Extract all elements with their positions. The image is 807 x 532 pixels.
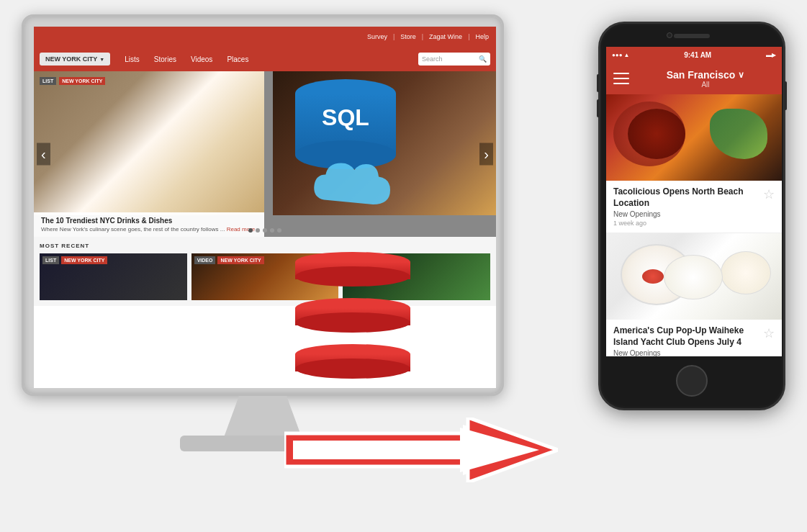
article-item-1[interactable]: Tacolicious Opens North Beach Location N… (606, 181, 782, 233)
article-item-2[interactable]: America's Cup Pop-Up Waiheke Island Yach… (606, 320, 782, 356)
red-database-icon (281, 252, 425, 396)
topbar-div3: | (468, 33, 469, 40)
topbar-div2: | (422, 33, 423, 40)
phone-home-button[interactable] (676, 365, 708, 397)
topbar-survey[interactable]: Survey (367, 33, 387, 40)
hero-prev-button[interactable]: ‹ (37, 143, 50, 166)
nav-places[interactable]: Places (220, 55, 256, 63)
menu-button[interactable] (613, 73, 629, 84)
mobile-phone: ●●● ▲ 9:41 AM ▬▶ San Francisco All (598, 22, 785, 504)
db-disk-1 (295, 252, 410, 284)
db-disk-2 (295, 298, 410, 330)
hero-image-left (34, 71, 264, 215)
city-selector[interactable]: NEW YORK CITY (40, 53, 110, 66)
status-time: 9:41 AM (684, 51, 711, 59)
phone-statusbar: ●●● ▲ 9:41 AM ▬▶ (606, 47, 782, 63)
article-category-1: New Openings (613, 210, 757, 218)
desktop-monitor: Survey | Store | Zagat Wine | Help NEW Y… (22, 14, 511, 461)
phone-screen: ●●● ▲ 9:41 AM ▬▶ San Francisco All (606, 47, 782, 356)
recent-item-1[interactable]: LIST NEW YORK CITY (40, 253, 187, 300)
most-recent-label: MOST RECENT (40, 243, 490, 249)
badge-nyc: NEW YORK CITY (59, 77, 105, 85)
topbar-store[interactable]: Store (400, 33, 416, 40)
article-title-1: Tacolicious Opens North Beach Location (613, 186, 757, 209)
phone-camera (667, 32, 672, 38)
hero-title: The 10 Trendiest NYC Drinks & Dishes (41, 217, 257, 225)
dot-3[interactable] (263, 228, 267, 233)
hamburger-line-2 (613, 78, 629, 79)
arrow-right (284, 418, 558, 482)
monitor-frame: Survey | Store | Zagat Wine | Help NEW Y… (22, 14, 504, 396)
recent-badge-video: VIDEO (194, 256, 216, 264)
nav-videos[interactable]: Videos (184, 55, 220, 63)
recent-badge-nyc-1: NEW YORK CITY (61, 256, 107, 264)
phone-vol-up-button[interactable] (597, 74, 600, 92)
wifi-icon: ▲ (624, 52, 630, 58)
hamburger-line-3 (613, 83, 629, 84)
city-sub: All (636, 81, 775, 89)
hero-next-button[interactable]: › (479, 143, 493, 166)
article-title-2: America's Cup Pop-Up Waiheke Island Yach… (613, 325, 757, 348)
sql-cloud-icon: SQL (281, 79, 425, 223)
hero-labels: LIST NEW YORK CITY (40, 77, 105, 85)
search-box[interactable]: Search 🔍 (418, 53, 490, 66)
article-time-1: 1 week ago (613, 220, 757, 227)
most-recent-section: MOST RECENT LIST NEW YORK CITY VIDEO NEW… (34, 237, 496, 306)
phone-frame: ●●● ▲ 9:41 AM ▬▶ San Francisco All (598, 22, 785, 410)
phone-vol-down-button[interactable] (597, 99, 600, 117)
monitor-screen: Survey | Store | Zagat Wine | Help NEW Y… (34, 27, 496, 388)
signal-bars: ●●● (612, 52, 623, 58)
city-selector-mobile[interactable]: San Francisco All (636, 69, 775, 89)
sql-label: SQL (295, 104, 396, 131)
dot-1[interactable] (248, 228, 253, 233)
db-disk-3 (295, 344, 410, 376)
article-category-2: New Openings (613, 349, 757, 356)
dot-5[interactable] (277, 228, 281, 233)
sql-cylinder: SQL (295, 79, 396, 166)
phone-speaker (674, 34, 710, 38)
database-stack (295, 252, 410, 376)
phone-navbar: San Francisco All (606, 63, 782, 94)
hero-section: LIST NEW YORK CITY ‹ › The 10 Trendiest … (34, 71, 496, 237)
site-navbar: NEW YORK CITY Lists Stories Videos Place… (34, 47, 496, 71)
recent-badges-2: VIDEO NEW YORK CITY (194, 256, 264, 264)
food-image-2 (606, 233, 782, 320)
battery-icon: ▬▶ (766, 52, 776, 58)
dot-4[interactable] (270, 228, 274, 233)
topbar-div1: | (393, 33, 395, 40)
bookmark-icon-1[interactable]: ☆ (763, 186, 775, 202)
signal-indicator: ●●● ▲ (612, 52, 629, 58)
hamburger-line-1 (613, 73, 629, 74)
search-placeholder: Search (422, 55, 443, 63)
recent-badges-1: LIST NEW YORK CITY (42, 256, 107, 264)
bookmark-icon-2[interactable]: ☆ (763, 325, 775, 341)
article-text-2: America's Cup Pop-Up Waiheke Island Yach… (613, 325, 757, 356)
phone-power-button[interactable] (784, 81, 787, 110)
topbar-zagatwine[interactable]: Zagat Wine (429, 33, 462, 40)
badge-list: LIST (40, 77, 56, 85)
hero-caption: The 10 Trendiest NYC Drinks & Dishes Whe… (34, 212, 264, 237)
dot-2[interactable] (256, 228, 260, 233)
hero-dots (248, 228, 281, 233)
recent-badge-nyc-2: NEW YORK CITY (217, 256, 263, 264)
topbar-help[interactable]: Help (475, 33, 489, 40)
site-topbar: Survey | Store | Zagat Wine | Help (34, 27, 496, 47)
search-icon: 🔍 (479, 55, 487, 63)
cloud-icon (281, 158, 396, 216)
food-image-1 (606, 94, 782, 181)
recent-badge-list: LIST (42, 256, 59, 264)
article-text-1: Tacolicious Opens North Beach Location N… (613, 186, 757, 227)
hero-subtitle: Where New York's culinary scene goes, th… (41, 226, 257, 233)
nav-stories[interactable]: Stories (147, 55, 184, 63)
nav-lists[interactable]: Lists (117, 55, 147, 63)
city-name: San Francisco (636, 69, 775, 81)
battery-indicator: ▬▶ (766, 52, 776, 58)
